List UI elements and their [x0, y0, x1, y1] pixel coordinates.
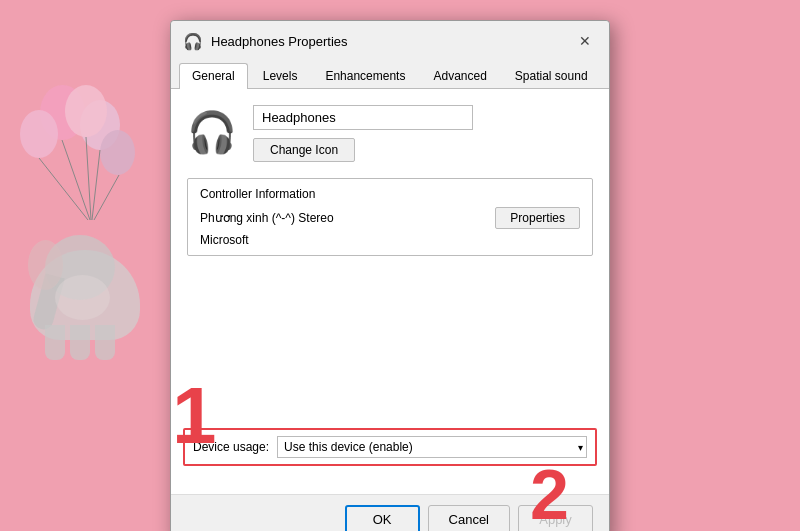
svg-line-4 [86, 137, 91, 220]
icon-section: 🎧 Change Icon [187, 105, 593, 162]
cancel-button[interactable]: Cancel [428, 505, 510, 531]
tab-spatial-sound[interactable]: Spatial sound [502, 63, 601, 88]
svg-line-3 [94, 175, 119, 220]
device-name-input[interactable] [253, 105, 473, 130]
tab-advanced[interactable]: Advanced [420, 63, 499, 88]
title-bar: 🎧 Headphones Properties ✕ [171, 21, 609, 59]
icon-right: Change Icon [253, 105, 473, 162]
dialog-icon: 🎧 [183, 32, 203, 51]
svg-line-0 [62, 140, 90, 220]
dialog-title: Headphones Properties [211, 34, 348, 49]
svg-line-2 [39, 158, 88, 220]
controller-sub: Microsoft [200, 233, 580, 247]
controller-section-label: Controller Information [200, 187, 580, 201]
tab-general[interactable]: General [179, 63, 248, 89]
close-button[interactable]: ✕ [573, 29, 597, 53]
ok-button[interactable]: OK [345, 505, 420, 531]
annotation-number-2: 2 [530, 455, 569, 531]
controller-name: Phương xinh (^-^) Stereo [200, 211, 334, 225]
properties-button[interactable]: Properties [495, 207, 580, 229]
change-icon-button[interactable]: Change Icon [253, 138, 355, 162]
dialog-body: 🎧 Change Icon Controller Information Phư… [171, 89, 609, 494]
tab-levels[interactable]: Levels [250, 63, 311, 88]
desktop-illustration [10, 80, 165, 500]
svg-line-1 [92, 150, 100, 220]
controller-row: Phương xinh (^-^) Stereo Properties [200, 207, 580, 229]
title-bar-left: 🎧 Headphones Properties [183, 32, 348, 51]
tab-enhancements[interactable]: Enhancements [312, 63, 418, 88]
device-icon: 🎧 [187, 109, 237, 156]
tab-bar: General Levels Enhancements Advanced Spa… [171, 59, 609, 89]
spacer [187, 268, 593, 428]
controller-section: Controller Information Phương xinh (^-^)… [187, 178, 593, 256]
annotation-number-1: 1 [172, 370, 217, 462]
